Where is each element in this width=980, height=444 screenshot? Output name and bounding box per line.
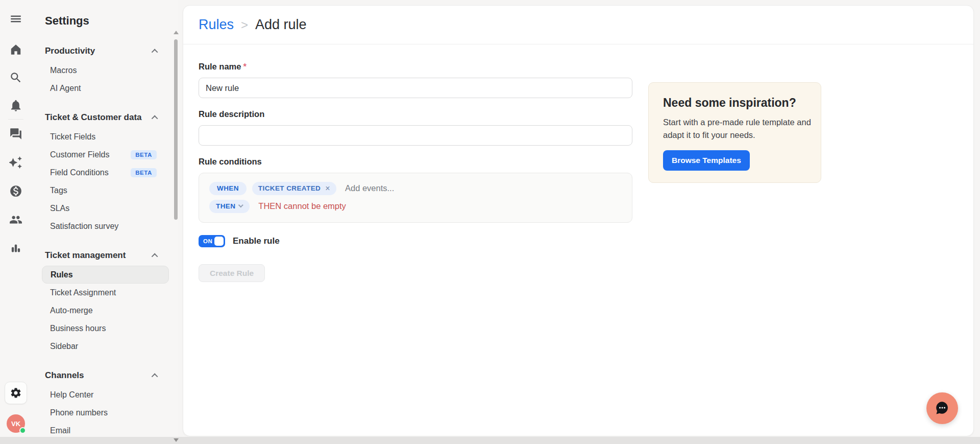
add-events-input[interactable]: Add events... xyxy=(345,183,394,193)
sidebar-item-label: Customer Fields xyxy=(50,150,109,159)
app-root: VK Settings ProductivityMacrosAI AgentTi… xyxy=(0,0,980,444)
section-label: Channels xyxy=(45,370,84,381)
ticket-created-chip[interactable]: TICKET CREATED × xyxy=(252,182,336,195)
user-avatar[interactable]: VK xyxy=(7,414,25,433)
sidebar-item-label: SLAs xyxy=(50,204,69,213)
inspiration-body: Start with a pre-made rule template and … xyxy=(663,116,812,142)
then-error-message: THEN cannot be empty xyxy=(258,201,346,211)
main-content-card: Rules > Add rule Rule name* Rule descrip… xyxy=(183,5,974,436)
chevron-down-icon xyxy=(238,202,243,207)
sidebar-item-macros[interactable]: Macros xyxy=(42,61,169,79)
sidebar-item-label: AI Agent xyxy=(50,84,81,93)
breadcrumb: Rules > Add rule xyxy=(183,6,973,44)
enable-rule-toggle[interactable]: ON xyxy=(199,235,225,247)
sidebar-item-label: Business hours xyxy=(50,324,106,333)
sidebar-item-tags[interactable]: Tags xyxy=(42,181,169,199)
breadcrumb-separator: > xyxy=(241,18,248,32)
ai-sparkles-icon[interactable] xyxy=(6,152,26,173)
rule-description-input[interactable] xyxy=(199,125,632,146)
rule-form: Rule name* Rule description Rule conditi… xyxy=(183,44,973,436)
then-chip[interactable]: THEN xyxy=(209,200,250,213)
chevron-up-icon xyxy=(152,115,158,122)
chevron-up-icon xyxy=(152,253,158,260)
sidebar-item-customer-fields[interactable]: Customer FieldsBETA xyxy=(42,146,169,163)
sidebar-item-label: Help Center xyxy=(50,390,93,400)
enable-rule-label: Enable rule xyxy=(233,236,280,246)
statistics-chart-icon[interactable] xyxy=(6,238,26,259)
sidebar-scroll-down-arrow[interactable] xyxy=(174,438,179,442)
notifications-bell-icon[interactable] xyxy=(6,96,26,116)
online-status-dot xyxy=(19,427,26,434)
sidebar-section-ticket-customer-data[interactable]: Ticket & Customer data xyxy=(42,111,169,124)
chat-launcher-button[interactable] xyxy=(926,392,958,424)
home-icon[interactable] xyxy=(6,39,26,60)
sidebar-item-rules[interactable]: Rules xyxy=(42,266,169,284)
sidebar-item-phone-numbers[interactable]: Phone numbers xyxy=(42,404,169,422)
sidebar-title: Settings xyxy=(32,0,178,28)
sidebar-item-label: Ticket Assignment xyxy=(50,288,116,297)
sidebar-item-ticket-assignment[interactable]: Ticket Assignment xyxy=(42,284,169,301)
then-row: THEN THEN cannot be empty xyxy=(209,199,622,213)
settings-sidebar: Settings ProductivityMacrosAI AgentTicke… xyxy=(32,0,178,444)
chevron-up-icon xyxy=(152,373,158,380)
sidebar-item-business-hours[interactable]: Business hours xyxy=(42,319,169,337)
sidebar-section-channels[interactable]: Channels xyxy=(42,369,169,382)
page-title: Add rule xyxy=(255,17,307,33)
rule-conditions-label: Rule conditions xyxy=(199,157,958,167)
section-label: Ticket management xyxy=(45,250,126,261)
sidebar-item-field-conditions[interactable]: Field ConditionsBETA xyxy=(42,163,169,181)
beta-badge: BETA xyxy=(131,150,157,159)
sidebar-item-sidebar[interactable]: Sidebar xyxy=(42,337,169,355)
avatar-initials: VK xyxy=(11,420,20,428)
billing-dollar-icon[interactable] xyxy=(6,181,26,201)
when-row: WHEN TICKET CREATED × Add events... xyxy=(209,181,622,195)
create-rule-button[interactable]: Create Rule xyxy=(199,264,265,282)
inspiration-card: Need some inspiration? Start with a pre-… xyxy=(648,82,821,183)
sidebar-scroll-up-arrow[interactable] xyxy=(174,31,179,34)
sidebar-item-ticket-fields[interactable]: Ticket Fields xyxy=(42,128,169,146)
menu-icon[interactable] xyxy=(6,9,26,29)
when-chip: WHEN xyxy=(209,182,247,195)
sidebar-item-label: Ticket Fields xyxy=(50,132,95,142)
section-label: Productivity xyxy=(45,46,95,56)
rail-divider xyxy=(8,119,23,120)
remove-event-icon[interactable]: × xyxy=(325,184,330,193)
chevron-up-icon xyxy=(152,49,158,55)
sidebar-item-help-center[interactable]: Help Center xyxy=(42,386,169,404)
search-icon[interactable] xyxy=(6,67,26,88)
icon-rail: VK xyxy=(0,0,32,444)
sidebar-item-ai-agent[interactable]: AI Agent xyxy=(42,79,169,97)
inspiration-title: Need some inspiration? xyxy=(663,96,806,110)
sidebar-section-productivity[interactable]: Productivity xyxy=(42,45,169,57)
sidebar-item-label: Field Conditions xyxy=(50,168,109,177)
sidebar-item-slas[interactable]: SLAs xyxy=(42,199,169,217)
customers-people-icon[interactable] xyxy=(6,209,26,230)
rule-conditions-box: WHEN TICKET CREATED × Add events... THEN… xyxy=(199,173,632,223)
rule-name-input[interactable] xyxy=(199,78,632,98)
browse-templates-button[interactable]: Browse Templates xyxy=(663,150,750,171)
sidebar-item-label: Sidebar xyxy=(50,342,78,351)
sidebar-sections: ProductivityMacrosAI AgentTicket & Custo… xyxy=(32,45,178,439)
sidebar-item-label: Tags xyxy=(50,186,67,195)
toggle-on-label: ON xyxy=(203,238,212,244)
sidebar-scrollbar-thumb[interactable] xyxy=(174,39,178,220)
sidebar-item-label: Macros xyxy=(50,66,77,75)
settings-gear-icon[interactable] xyxy=(5,382,27,404)
sidebar-item-label: Phone numbers xyxy=(50,408,108,417)
horizontal-scrollbar-track[interactable] xyxy=(0,437,980,444)
enable-rule-row: ON Enable rule xyxy=(199,235,958,247)
beta-badge: BETA xyxy=(131,168,157,177)
sidebar-section-ticket-management[interactable]: Ticket management xyxy=(42,249,169,262)
sidebar-item-label: Rules xyxy=(51,270,73,279)
rule-name-label: Rule name* xyxy=(199,62,958,72)
breadcrumb-rules-link[interactable]: Rules xyxy=(199,17,234,33)
required-asterisk: * xyxy=(243,62,246,71)
rule-description-label: Rule description xyxy=(199,109,958,120)
chat-bubble-icon xyxy=(934,400,950,416)
sidebar-item-auto-merge[interactable]: Auto-merge xyxy=(42,301,169,319)
conversations-icon[interactable] xyxy=(6,124,26,144)
sidebar-item-label: Auto-merge xyxy=(50,306,93,315)
sidebar-item-label: Email xyxy=(50,426,70,435)
section-label: Ticket & Customer data xyxy=(45,112,142,123)
sidebar-item-satisfaction-survey[interactable]: Satisfaction survey xyxy=(42,217,169,235)
